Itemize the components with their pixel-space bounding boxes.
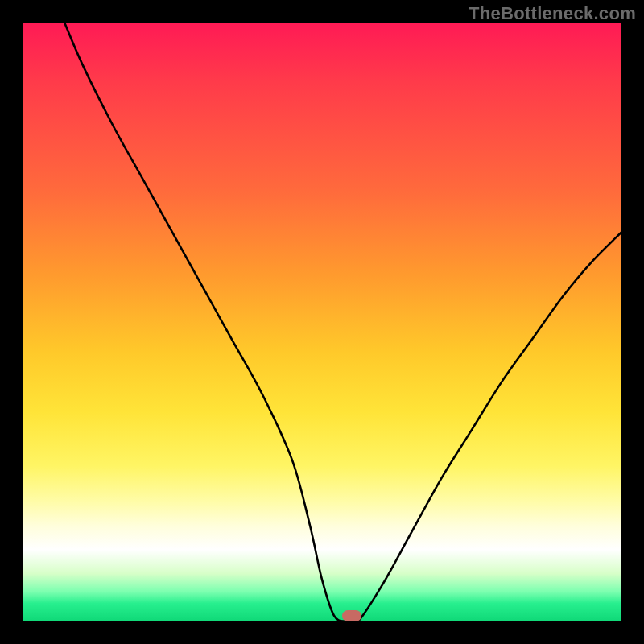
plot-area xyxy=(23,23,621,621)
curve-layer xyxy=(23,23,621,621)
watermark-text: TheBottleneck.com xyxy=(469,3,636,24)
chart-frame: TheBottleneck.com xyxy=(0,0,644,644)
optimum-marker xyxy=(342,610,361,621)
bottleneck-curve xyxy=(64,23,621,621)
